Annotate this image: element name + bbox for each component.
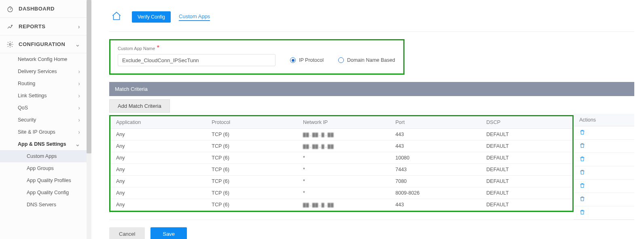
sidebar-item-site-ip-groups[interactable]: Site & IP Groups› (0, 126, 87, 138)
match-criteria-header: Match Criteria (109, 82, 634, 96)
radio-ip-protocol[interactable]: IP Protocol (290, 57, 324, 63)
cancel-button[interactable]: Cancel (109, 227, 145, 239)
sidebar-subitem-app-groups[interactable]: App Groups (0, 162, 87, 174)
trash-icon (579, 171, 585, 176)
sidebar-subitem-label: Custom Apps (27, 153, 57, 159)
custom-app-name-label: Custom App Name (118, 46, 155, 51)
table-row: AnyTCP (6)▇▇.▇▇.▇.▇▇443DEFAULT (110, 140, 572, 152)
home-button[interactable] (109, 10, 124, 24)
gear-icon (6, 41, 14, 48)
radio-dot-selected-icon (290, 57, 296, 63)
obscured-ip: ▇▇.▇▇.▇.▇▇ (303, 132, 334, 137)
sidebar-item-label: App & DNS Settings (18, 141, 66, 147)
sidebar-item-label: Delivery Services (18, 69, 57, 74)
delete-row-button[interactable] (579, 171, 585, 176)
chevron-right-icon: › (78, 105, 80, 111)
breadcrumb-custom-apps[interactable]: Custom Apps (179, 13, 210, 21)
cell-dscp: DEFAULT (481, 176, 572, 187)
table-row: AnyTCP (6)*10080DEFAULT (110, 152, 572, 164)
sidebar-item-label: Security (18, 117, 36, 123)
sidebar-subitem-app-quality-config[interactable]: App Quality Config (0, 187, 87, 199)
dashboard-icon (6, 5, 14, 13)
cell-proto: TCP (6) (206, 164, 297, 176)
col-dscp: DSCP (481, 116, 572, 129)
sidebar-item-security[interactable]: Security› (0, 114, 87, 126)
obscured-ip: ▇▇.▇▇.▇.▇▇ (303, 144, 334, 149)
delete-row-button[interactable] (579, 131, 585, 136)
cell-dscp: DEFAULT (481, 140, 572, 152)
obscured-ip: ▇▇.▇▇.▇.▇▇ (303, 202, 334, 208)
sidebar-item-network-config-home[interactable]: Network Config Home (0, 53, 87, 65)
cell-actions (574, 180, 634, 193)
delete-row-button[interactable] (579, 184, 585, 190)
custom-app-name-input[interactable] (118, 54, 275, 66)
reports-icon (6, 23, 14, 30)
delete-row-button[interactable] (579, 157, 585, 163)
delete-row-button[interactable] (579, 211, 585, 216)
scrollbar-thumb[interactable] (87, 0, 91, 153)
radio-domain-name-based[interactable]: Domain Name Based (338, 57, 395, 63)
sidebar-item-dashboard[interactable]: DASHBOARD (0, 0, 87, 18)
cell-actions (574, 126, 634, 140)
cell-net: * (297, 152, 390, 164)
table-row: AnyTCP (6)*8009-8026DEFAULT (110, 187, 572, 199)
cell-app: Any (110, 176, 206, 187)
sidebar-reports-label: REPORTS (19, 23, 45, 29)
cell-net: * (297, 164, 390, 176)
sidebar-item-routing[interactable]: Routing› (0, 78, 87, 90)
cell-actions (574, 140, 634, 153)
sidebar-item-app-dns-settings[interactable]: App & DNS Settings⌄ (0, 138, 87, 150)
sidebar-subitem-app-quality-profiles[interactable]: App Quality Profiles (0, 174, 87, 187)
match-criteria-table-highlight: Application Protocol Network IP Port DSC… (109, 115, 574, 212)
sidebar-subitem-dns-servers[interactable]: DNS Servers (0, 199, 87, 211)
col-port: Port (390, 116, 481, 129)
sidebar-item-reports[interactable]: REPORTS › (0, 18, 87, 36)
cell-dscp: DEFAULT (481, 164, 572, 176)
cell-dscp: DEFAULT (481, 187, 572, 199)
cell-port: 443 (390, 199, 481, 211)
chevron-right-icon: › (78, 117, 80, 123)
cell-net: ▇▇.▇▇.▇.▇▇ (297, 140, 390, 152)
cell-proto: TCP (6) (206, 187, 297, 199)
sidebar: DASHBOARD REPORTS › CONFIGURATION ⌄ Netw… (0, 0, 87, 239)
delete-row-button[interactable] (579, 197, 585, 203)
trash-icon (579, 131, 585, 136)
chevron-right-icon: › (78, 68, 80, 75)
sidebar-subitem-custom-apps[interactable]: Custom Apps (0, 150, 87, 162)
cell-dscp: DEFAULT (481, 199, 572, 211)
sidebar-item-qos[interactable]: QoS› (0, 102, 87, 114)
sidebar-item-delivery-services[interactable]: Delivery Services› (0, 65, 87, 78)
sidebar-item-link-settings[interactable]: Link Settings› (0, 90, 87, 102)
cell-app: Any (110, 199, 206, 211)
cell-port: 10080 (390, 152, 481, 164)
cell-actions (574, 206, 634, 220)
chevron-right-icon: › (78, 92, 80, 99)
cell-net: * (297, 176, 390, 187)
scrollbar-track[interactable] (87, 0, 91, 239)
sidebar-item-configuration[interactable]: CONFIGURATION ⌄ (0, 36, 87, 53)
cell-dscp: DEFAULT (481, 129, 572, 140)
required-indicator: * (157, 44, 159, 51)
delete-row-button[interactable] (579, 144, 585, 150)
match-criteria-table: Application Protocol Network IP Port DSC… (110, 116, 572, 211)
add-match-criteria-button[interactable]: Add Match Criteria (109, 99, 170, 113)
table-row: AnyTCP (6)▇▇.▇▇.▇.▇▇443DEFAULT (110, 199, 572, 211)
trash-icon (579, 157, 585, 163)
col-protocol: Protocol (206, 116, 297, 129)
radio-dot-unselected-icon (338, 57, 344, 63)
chevron-right-icon: › (78, 23, 80, 30)
match-criteria-table-outer: Application Protocol Network IP Port DSC… (109, 113, 634, 220)
chevron-down-icon: ⌄ (75, 41, 80, 48)
save-button[interactable]: Save (150, 227, 187, 239)
custom-app-name-section: Custom App Name * IP Protocol Domain Nam… (109, 39, 405, 75)
cell-app: Any (110, 129, 206, 140)
cell-app: Any (110, 164, 206, 176)
verify-config-button[interactable]: Verify Config (132, 11, 171, 23)
cell-actions (574, 193, 634, 206)
cell-port: 443 (390, 129, 481, 140)
sidebar-dashboard-label: DASHBOARD (19, 6, 55, 12)
trash-icon (579, 144, 585, 150)
cell-actions (574, 166, 634, 180)
cell-actions (574, 153, 634, 166)
chevron-right-icon: › (78, 129, 80, 135)
